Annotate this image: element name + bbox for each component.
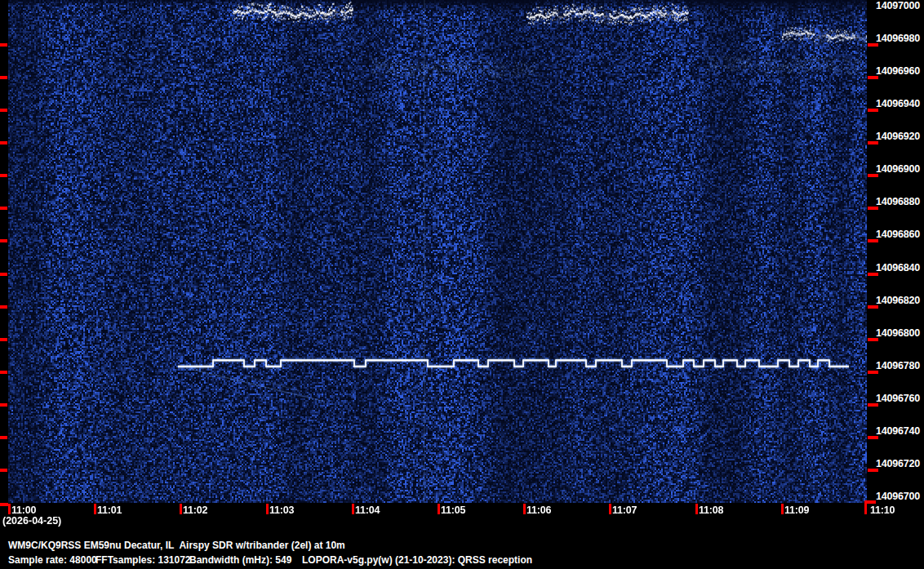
freq-tick-right (868, 338, 878, 341)
freq-tick-right (868, 109, 878, 112)
stat-fft-samples: FFTsamples: 131072 (96, 554, 191, 566)
time-tick-label: 11:03 (269, 505, 294, 516)
time-tick-label: 11:02 (183, 505, 207, 516)
freq-tick-right (868, 43, 878, 47)
freq-tick-label: 14096860 (876, 229, 920, 240)
freq-tick-left (0, 371, 7, 374)
freq-tick-right (868, 207, 878, 210)
freq-tick-label: 14096840 (876, 263, 920, 273)
freq-tick-right (868, 141, 878, 144)
freq-tick-label: 14096720 (876, 459, 920, 469)
freq-tick-right (868, 305, 878, 309)
freq-tick-label: 14096980 (876, 33, 920, 44)
time-tick-label: 11:10 (870, 505, 895, 516)
freq-tick-label: 14096780 (876, 361, 920, 371)
time-tick (94, 504, 96, 514)
time-tick (352, 504, 354, 514)
freq-tick-label: 14097000 (876, 1, 920, 11)
freq-tick-label: 14096800 (876, 328, 920, 339)
time-tick-label: 11:08 (699, 505, 723, 516)
freq-tick-right (868, 174, 878, 177)
freq-tick-left (0, 469, 7, 472)
freq-tick-left (0, 43, 7, 47)
time-tick-label: 11:09 (784, 505, 809, 516)
axis-corner-mark-bottom-right-vertical (864, 500, 867, 513)
freq-tick-label: 14096940 (876, 99, 920, 109)
time-tick (180, 504, 182, 514)
freq-tick-right (868, 436, 878, 439)
time-tick-label: 11:04 (355, 505, 380, 516)
time-tick (609, 504, 611, 514)
station-info: WM9C/KQ9RSS EM59nu Decatur, IL Airspy SD… (8, 540, 345, 551)
freq-tick-left (0, 141, 7, 144)
freq-tick-left (0, 174, 7, 177)
freq-tick-left (0, 338, 7, 341)
time-tick-label: 11:01 (97, 505, 122, 516)
qrss-grabber-screen: 1409700014096980140969601409694014096920… (0, 0, 924, 569)
freq-tick-left (0, 436, 7, 439)
time-tick-label: 11:06 (526, 505, 551, 516)
freq-tick-left (0, 305, 7, 309)
freq-tick-right (868, 469, 878, 472)
freq-tick-right (868, 273, 878, 276)
time-tick (8, 504, 11, 514)
time-tick (266, 504, 269, 514)
freq-tick-left (0, 403, 7, 407)
time-tick-label: 11:05 (441, 505, 465, 516)
freq-tick-left (0, 76, 7, 79)
time-tick (438, 504, 440, 514)
stat-sample-rate: Sample rate: 48000 (8, 554, 97, 566)
freq-tick-label: 14096920 (876, 131, 920, 142)
freq-tick-label: 14096900 (876, 164, 920, 175)
freq-tick-label: 14096820 (876, 296, 920, 306)
freq-tick-right (868, 239, 878, 242)
time-tick (781, 504, 784, 514)
waterfall-display (8, 0, 867, 503)
stat-bandwidth: Bandwidth (mHz): 549 (189, 554, 291, 566)
time-tick (523, 504, 526, 514)
stat-software-version: LOPORA-v5g.py(w) (21-10-2023): QRSS rece… (302, 554, 532, 566)
time-tick (695, 504, 698, 514)
freq-tick-left (0, 109, 7, 112)
date-label: (2026-04-25) (2, 515, 61, 527)
freq-tick-left (0, 273, 7, 276)
freq-tick-label: 14096740 (876, 426, 920, 437)
freq-tick-label: 14096700 (876, 491, 920, 502)
freq-tick-right (868, 403, 878, 407)
freq-tick-label: 14096760 (876, 393, 920, 404)
freq-tick-left (0, 207, 7, 210)
freq-tick-left (0, 239, 7, 242)
axis-corner-mark-bottom-left (0, 503, 8, 506)
freq-tick-right (868, 371, 878, 374)
time-tick-label: 11:07 (612, 505, 637, 516)
freq-tick-right (868, 76, 878, 79)
freq-tick-label: 14096880 (876, 197, 920, 207)
freq-tick-label: 14096960 (876, 66, 920, 77)
